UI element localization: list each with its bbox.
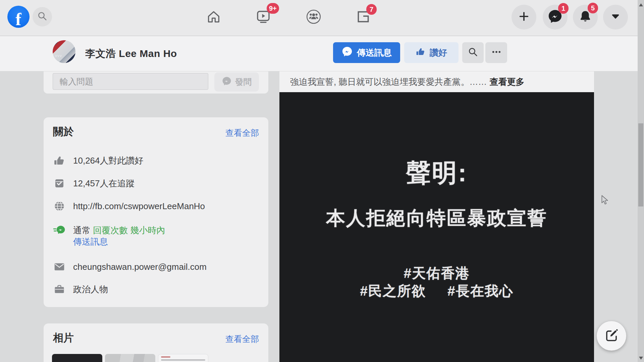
media-hashtag-2b: #長在我心 bbox=[447, 283, 514, 299]
facebook-logo[interactable]: f bbox=[7, 6, 30, 28]
like-label: 讚好 bbox=[430, 47, 447, 59]
search-button[interactable] bbox=[33, 7, 52, 26]
edit-pencil-icon bbox=[604, 327, 619, 344]
search-icon bbox=[37, 11, 47, 22]
like-button[interactable]: 讚好 bbox=[404, 42, 459, 63]
scrollbar-thumb[interactable] bbox=[638, 123, 643, 206]
search-icon bbox=[468, 47, 478, 58]
question-card: 發問 bbox=[44, 71, 268, 94]
facebook-f-glyph: f bbox=[15, 9, 21, 29]
photos-see-all-link[interactable]: 查看全部 bbox=[225, 334, 259, 345]
account-menu-button[interactable] bbox=[603, 5, 628, 29]
response-time-value: 回覆次數 幾小時內 bbox=[93, 225, 165, 235]
avatar-watermark: VVV bbox=[55, 54, 62, 58]
post-text-content: 強迫我宣誓, 聽日就可以強迫埋我要愛共產黨。…… bbox=[290, 77, 487, 87]
send-message-label: 傳送訊息 bbox=[357, 47, 392, 59]
facebook-page-screen: f 9+ bbox=[0, 0, 644, 362]
response-prefix: 通常 bbox=[73, 225, 91, 235]
likes-count: 10,264人對此讚好 bbox=[73, 155, 144, 167]
home-icon bbox=[206, 9, 221, 26]
media-statement-title: 聲明: bbox=[279, 157, 594, 190]
envelope-icon bbox=[53, 260, 66, 273]
briefcase-icon bbox=[53, 283, 66, 296]
chevron-down-icon bbox=[610, 11, 621, 23]
followers-count: 12,457人在追蹤 bbox=[73, 178, 135, 189]
home-tab[interactable] bbox=[204, 8, 223, 27]
send-message-button[interactable]: 傳送訊息 bbox=[333, 42, 400, 63]
plus-icon bbox=[518, 11, 530, 23]
about-see-all-link[interactable]: 查看全部 bbox=[225, 127, 259, 138]
media-hashtag-line1: #天佑香港 bbox=[279, 264, 594, 283]
thumbnail-text-line bbox=[161, 359, 205, 361]
ellipsis-icon bbox=[491, 47, 502, 59]
globe-icon bbox=[53, 200, 66, 213]
profile-header-bar: VVV 李文浩 Lee Man Ho 傳送訊息 讚好 bbox=[0, 36, 638, 71]
ask-button[interactable]: 發問 bbox=[214, 72, 259, 92]
send-message-link[interactable]: 傳送訊息 bbox=[73, 236, 108, 248]
notifications-badge: 5 bbox=[588, 3, 598, 13]
messenger-bubble-icon bbox=[341, 46, 353, 60]
thumbnail-text-line bbox=[161, 356, 170, 358]
scroll-down-arrow[interactable] bbox=[638, 355, 644, 361]
about-card: 關於 查看全部 10,264人對此讚好 12,457人在追蹤 http://fb… bbox=[44, 117, 268, 307]
photos-title: 相片 bbox=[53, 331, 74, 345]
watch-badge: 9+ bbox=[267, 3, 279, 14]
photo-thumbnail[interactable] bbox=[52, 354, 102, 362]
scroll-up-arrow[interactable] bbox=[638, 1, 644, 8]
messenger-badge: 1 bbox=[558, 3, 569, 14]
media-hashtag-2a: #民之所欲 bbox=[360, 283, 426, 299]
followers-check-icon bbox=[53, 177, 66, 190]
more-options-button[interactable] bbox=[485, 42, 507, 63]
photo-thumbnail[interactable] bbox=[105, 354, 155, 362]
mouse-cursor bbox=[601, 195, 610, 206]
profile-name: 李文浩 Lee Man Ho bbox=[85, 47, 177, 61]
groups-icon bbox=[305, 8, 322, 26]
post-video-media[interactable]: 聲明: 本人拒絕向特區暴政宣誓 #天佑香港 #民之所欲#長在我心 bbox=[279, 92, 594, 362]
groups-tab[interactable] bbox=[304, 8, 323, 27]
thumbs-up-icon bbox=[53, 154, 66, 167]
messenger-bubble-icon bbox=[222, 76, 232, 88]
compose-fab-button[interactable] bbox=[597, 321, 626, 351]
website-row: http://fb.com/cswpowerLeeManHo bbox=[53, 199, 205, 213]
ask-label: 發問 bbox=[235, 76, 252, 87]
website-link[interactable]: http://fb.com/cswpowerLeeManHo bbox=[73, 201, 205, 212]
post-text-strip: 強迫我宣誓, 聽日就可以強迫埋我要愛共產黨。……查看更多 bbox=[279, 71, 594, 92]
likes-row: 10,264人對此讚好 bbox=[53, 154, 144, 168]
email-link[interactable]: cheungshawan.power@gmail.com bbox=[73, 262, 207, 272]
see-more-link[interactable]: 查看更多 bbox=[489, 77, 524, 87]
media-hashtag-line2: #民之所欲#長在我心 bbox=[279, 282, 594, 300]
response-time-row: 通常 回覆次數 幾小時內 bbox=[53, 223, 165, 237]
thumbs-up-icon bbox=[416, 47, 426, 59]
response-time-text: 通常 回覆次數 幾小時內 bbox=[73, 225, 165, 236]
profile-search-button[interactable] bbox=[462, 42, 484, 63]
profile-avatar[interactable]: VVV bbox=[53, 40, 75, 63]
media-statement-line: 本人拒絕向特區暴政宣誓 bbox=[279, 205, 594, 231]
messenger-fast-reply-icon bbox=[53, 224, 66, 237]
category-row: 政治人物 bbox=[53, 282, 108, 296]
photos-card: 相片 查看全部 bbox=[44, 323, 268, 362]
about-title: 關於 bbox=[53, 125, 74, 139]
question-input[interactable] bbox=[53, 73, 208, 90]
category-link[interactable]: 政治人物 bbox=[73, 284, 108, 295]
post-text: 強迫我宣誓, 聽日就可以強迫埋我要愛共產黨。……查看更多 bbox=[290, 76, 524, 88]
photo-thumbnail[interactable] bbox=[158, 354, 208, 362]
email-row: cheungshawan.power@gmail.com bbox=[53, 260, 207, 274]
top-navigation-bar: f 9+ bbox=[0, 0, 638, 36]
create-button[interactable] bbox=[512, 5, 536, 29]
followers-row: 12,457人在追蹤 bbox=[53, 176, 135, 190]
gaming-badge: 7 bbox=[366, 4, 377, 15]
